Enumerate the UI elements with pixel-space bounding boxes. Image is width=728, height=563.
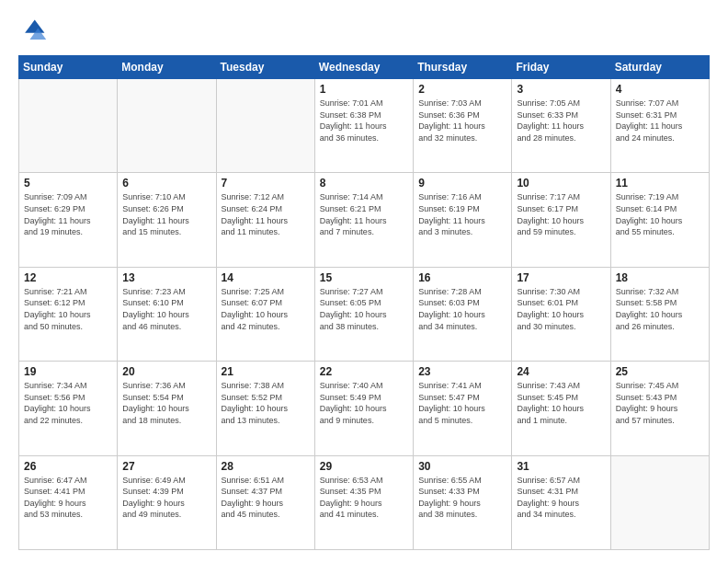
calendar-cell: 3Sunrise: 7:05 AM Sunset: 6:33 PM Daylig… — [512, 79, 610, 173]
calendar-cell: 22Sunrise: 7:40 AM Sunset: 5:49 PM Dayli… — [314, 362, 413, 455]
day-number: 18 — [616, 271, 704, 284]
weekday-header-saturday: Saturday — [610, 56, 709, 79]
calendar-cell: 24Sunrise: 7:43 AM Sunset: 5:45 PM Dayli… — [512, 362, 610, 455]
day-info: Sunrise: 7:32 AM Sunset: 5:58 PM Dayligh… — [616, 286, 704, 332]
logo-icon — [18, 17, 48, 46]
day-info: Sunrise: 7:27 AM Sunset: 6:05 PM Dayligh… — [320, 286, 408, 332]
day-number: 8 — [320, 177, 408, 190]
day-number: 2 — [418, 83, 506, 96]
day-number: 3 — [517, 83, 605, 96]
calendar-cell — [118, 79, 216, 173]
calendar-cell: 15Sunrise: 7:27 AM Sunset: 6:05 PM Dayli… — [314, 267, 413, 361]
calendar-cell: 11Sunrise: 7:19 AM Sunset: 6:14 PM Dayli… — [610, 173, 709, 267]
weekday-header-friday: Friday — [512, 56, 610, 79]
day-number: 13 — [122, 271, 210, 284]
calendar-cell: 2Sunrise: 7:03 AM Sunset: 6:36 PM Daylig… — [414, 79, 512, 173]
calendar-cell: 31Sunrise: 6:57 AM Sunset: 4:31 PM Dayli… — [512, 455, 610, 549]
calendar-cell: 23Sunrise: 7:41 AM Sunset: 5:47 PM Dayli… — [414, 362, 512, 455]
day-number: 15 — [320, 271, 408, 284]
day-number: 9 — [418, 177, 506, 190]
day-info: Sunrise: 7:19 AM Sunset: 6:14 PM Dayligh… — [616, 191, 704, 237]
day-info: Sunrise: 7:03 AM Sunset: 6:36 PM Dayligh… — [418, 98, 506, 144]
calendar-cell: 25Sunrise: 7:45 AM Sunset: 5:43 PM Dayli… — [610, 362, 709, 455]
calendar-cell: 9Sunrise: 7:16 AM Sunset: 6:19 PM Daylig… — [414, 173, 512, 267]
page: SundayMondayTuesdayWednesdayThursdayFrid… — [0, 0, 728, 563]
day-number: 5 — [24, 177, 112, 190]
weekday-header-row: SundayMondayTuesdayWednesdayThursdayFrid… — [19, 56, 710, 79]
day-info: Sunrise: 7:36 AM Sunset: 5:54 PM Dayligh… — [122, 380, 210, 426]
day-number: 6 — [122, 177, 210, 190]
day-info: Sunrise: 6:49 AM Sunset: 4:39 PM Dayligh… — [122, 475, 210, 521]
calendar-cell: 12Sunrise: 7:21 AM Sunset: 6:12 PM Dayli… — [19, 267, 118, 361]
day-info: Sunrise: 7:28 AM Sunset: 6:03 PM Dayligh… — [418, 286, 506, 332]
day-number: 11 — [616, 177, 704, 190]
weekday-header-tuesday: Tuesday — [216, 56, 314, 79]
day-number: 20 — [122, 365, 210, 378]
day-info: Sunrise: 7:43 AM Sunset: 5:45 PM Dayligh… — [517, 380, 605, 426]
day-number: 26 — [24, 460, 112, 473]
day-number: 10 — [517, 177, 605, 190]
day-number: 29 — [320, 460, 408, 473]
day-info: Sunrise: 7:41 AM Sunset: 5:47 PM Dayligh… — [418, 380, 506, 426]
day-number: 16 — [418, 271, 506, 284]
calendar-cell: 10Sunrise: 7:17 AM Sunset: 6:17 PM Dayli… — [512, 173, 610, 267]
day-number: 25 — [616, 365, 704, 378]
day-number: 23 — [418, 365, 506, 378]
calendar-cell: 1Sunrise: 7:01 AM Sunset: 6:38 PM Daylig… — [314, 79, 413, 173]
week-row-1: 1Sunrise: 7:01 AM Sunset: 6:38 PM Daylig… — [19, 79, 710, 173]
weekday-header-thursday: Thursday — [414, 56, 512, 79]
calendar-cell: 6Sunrise: 7:10 AM Sunset: 6:26 PM Daylig… — [118, 173, 216, 267]
day-number: 22 — [320, 365, 408, 378]
day-info: Sunrise: 7:17 AM Sunset: 6:17 PM Dayligh… — [517, 191, 605, 237]
calendar-cell: 13Sunrise: 7:23 AM Sunset: 6:10 PM Dayli… — [118, 267, 216, 361]
day-info: Sunrise: 7:30 AM Sunset: 6:01 PM Dayligh… — [517, 286, 605, 332]
calendar-cell: 26Sunrise: 6:47 AM Sunset: 4:41 PM Dayli… — [19, 455, 118, 549]
calendar-cell: 27Sunrise: 6:49 AM Sunset: 4:39 PM Dayli… — [118, 455, 216, 549]
calendar-cell: 8Sunrise: 7:14 AM Sunset: 6:21 PM Daylig… — [314, 173, 413, 267]
day-number: 4 — [616, 83, 704, 96]
week-row-4: 19Sunrise: 7:34 AM Sunset: 5:56 PM Dayli… — [19, 362, 710, 455]
day-number: 21 — [222, 365, 310, 378]
calendar-cell: 17Sunrise: 7:30 AM Sunset: 6:01 PM Dayli… — [512, 267, 610, 361]
day-info: Sunrise: 7:05 AM Sunset: 6:33 PM Dayligh… — [517, 98, 605, 144]
calendar-cell: 30Sunrise: 6:55 AM Sunset: 4:33 PM Dayli… — [414, 455, 512, 549]
calendar-cell: 7Sunrise: 7:12 AM Sunset: 6:24 PM Daylig… — [216, 173, 314, 267]
day-info: Sunrise: 6:51 AM Sunset: 4:37 PM Dayligh… — [222, 475, 310, 521]
day-info: Sunrise: 6:55 AM Sunset: 4:33 PM Dayligh… — [418, 475, 506, 521]
calendar-cell: 29Sunrise: 6:53 AM Sunset: 4:35 PM Dayli… — [314, 455, 413, 549]
calendar-cell — [19, 79, 118, 173]
calendar-cell: 18Sunrise: 7:32 AM Sunset: 5:58 PM Dayli… — [610, 267, 709, 361]
day-number: 31 — [517, 460, 605, 473]
calendar-cell — [216, 79, 314, 173]
day-number: 27 — [122, 460, 210, 473]
weekday-header-wednesday: Wednesday — [314, 56, 413, 79]
week-row-2: 5Sunrise: 7:09 AM Sunset: 6:29 PM Daylig… — [19, 173, 710, 267]
day-info: Sunrise: 7:01 AM Sunset: 6:38 PM Dayligh… — [320, 98, 408, 144]
day-info: Sunrise: 7:45 AM Sunset: 5:43 PM Dayligh… — [616, 380, 704, 426]
day-number: 1 — [320, 83, 408, 96]
day-number: 24 — [517, 365, 605, 378]
day-info: Sunrise: 6:47 AM Sunset: 4:41 PM Dayligh… — [24, 475, 112, 521]
day-number: 30 — [418, 460, 506, 473]
header — [18, 17, 710, 46]
day-info: Sunrise: 7:25 AM Sunset: 6:07 PM Dayligh… — [222, 286, 310, 332]
day-info: Sunrise: 7:23 AM Sunset: 6:10 PM Dayligh… — [122, 286, 210, 332]
day-number: 12 — [24, 271, 112, 284]
calendar-cell: 20Sunrise: 7:36 AM Sunset: 5:54 PM Dayli… — [118, 362, 216, 455]
day-info: Sunrise: 7:21 AM Sunset: 6:12 PM Dayligh… — [24, 286, 112, 332]
day-number: 17 — [517, 271, 605, 284]
day-info: Sunrise: 7:09 AM Sunset: 6:29 PM Dayligh… — [24, 191, 112, 237]
day-number: 7 — [222, 177, 310, 190]
weekday-header-monday: Monday — [118, 56, 216, 79]
week-row-3: 12Sunrise: 7:21 AM Sunset: 6:12 PM Dayli… — [19, 267, 710, 361]
weekday-header-sunday: Sunday — [19, 56, 118, 79]
week-row-5: 26Sunrise: 6:47 AM Sunset: 4:41 PM Dayli… — [19, 455, 710, 549]
day-info: Sunrise: 6:53 AM Sunset: 4:35 PM Dayligh… — [320, 475, 408, 521]
day-info: Sunrise: 7:38 AM Sunset: 5:52 PM Dayligh… — [222, 380, 310, 426]
svg-marker-0 — [25, 20, 44, 33]
calendar-table: SundayMondayTuesdayWednesdayThursdayFrid… — [18, 55, 710, 550]
calendar-cell — [610, 455, 709, 549]
day-info: Sunrise: 7:34 AM Sunset: 5:56 PM Dayligh… — [24, 380, 112, 426]
day-info: Sunrise: 7:07 AM Sunset: 6:31 PM Dayligh… — [616, 98, 704, 144]
day-info: Sunrise: 7:40 AM Sunset: 5:49 PM Dayligh… — [320, 380, 408, 426]
